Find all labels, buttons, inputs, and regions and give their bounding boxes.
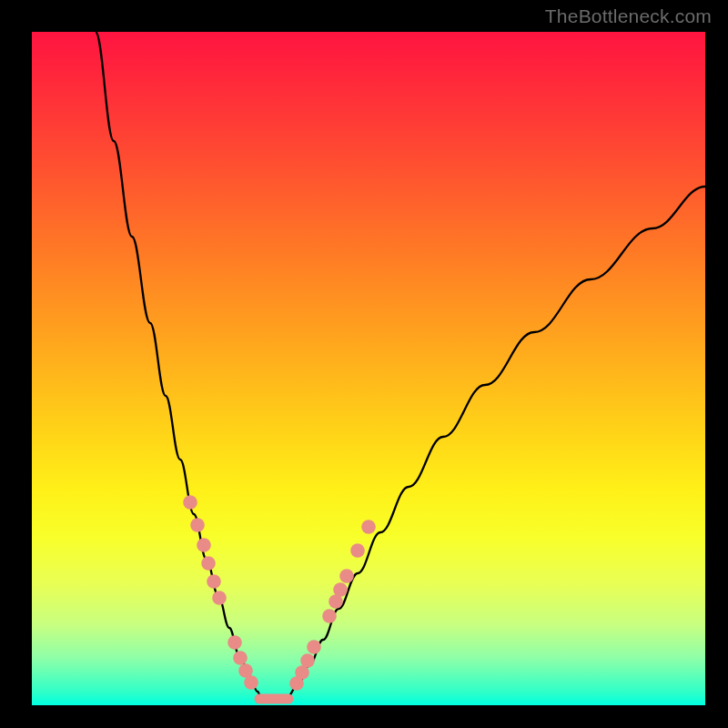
curve-dot	[244, 675, 258, 690]
curve-dot	[233, 651, 248, 665]
curve-dot	[190, 518, 205, 532]
curve-dot	[333, 582, 348, 597]
curve-dot	[212, 591, 227, 605]
curve-dot	[361, 520, 376, 534]
curve-dot	[339, 569, 354, 583]
curve-dot	[207, 574, 221, 589]
curve-dot	[307, 640, 321, 654]
right-curve-dots-group	[289, 520, 376, 691]
curve-dot	[350, 543, 365, 558]
curve-dot	[201, 556, 216, 571]
curve-dot	[228, 635, 242, 650]
curve-dot	[300, 653, 315, 668]
chart-svg	[32, 32, 705, 705]
plot-area	[32, 32, 705, 705]
left-curve-dots-group	[183, 495, 258, 690]
right-curve	[287, 187, 705, 698]
left-curve	[96, 32, 261, 698]
watermark-text: TheBottleneck.com	[545, 5, 712, 27]
curve-dot	[197, 538, 211, 552]
curve-dot	[183, 495, 197, 510]
curve-dot	[322, 609, 337, 623]
outer-frame: TheBottleneck.com	[0, 0, 728, 728]
